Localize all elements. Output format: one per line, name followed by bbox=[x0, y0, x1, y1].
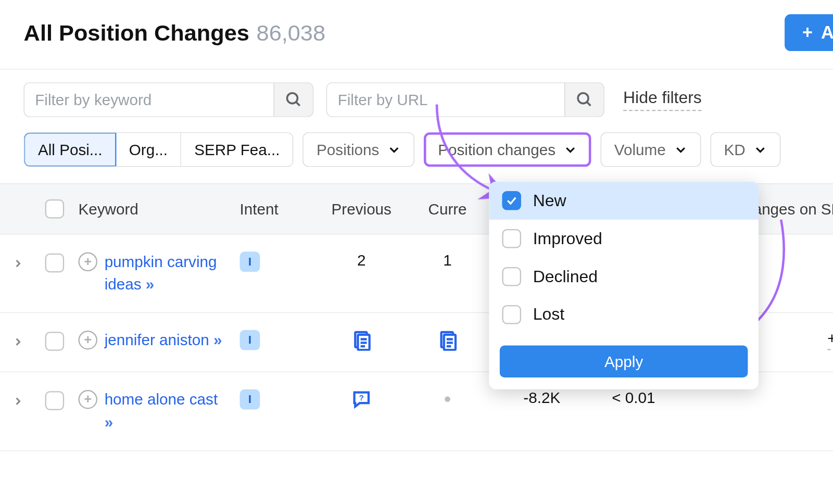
keyword-link[interactable]: home alone cast » bbox=[105, 389, 229, 434]
chevron-right-double-icon: » bbox=[146, 275, 153, 293]
select-all-checkbox[interactable] bbox=[45, 199, 64, 218]
serp-feature-icon bbox=[351, 330, 372, 351]
add-keyword-button[interactable]: + bbox=[78, 331, 97, 349]
expand-row-button[interactable] bbox=[12, 333, 23, 351]
filter-url-input[interactable] bbox=[327, 83, 564, 117]
chevron-down-icon bbox=[754, 143, 767, 156]
expand-row-button[interactable] bbox=[12, 255, 23, 273]
filter-row-buttons: All Posi... Org... SERP Fea... Positions… bbox=[0, 124, 833, 183]
segment-serp-features[interactable]: SERP Fea... bbox=[181, 133, 293, 166]
filter-kd-label: KD bbox=[724, 141, 745, 159]
option-label: Lost bbox=[533, 305, 564, 324]
option-label: Improved bbox=[533, 229, 602, 248]
cell-serp-changes: • bbox=[673, 389, 833, 410]
intent-badge: I bbox=[240, 330, 260, 350]
cell-previous bbox=[317, 330, 406, 355]
option-checkbox[interactable] bbox=[502, 267, 521, 286]
cell-diff: -8.2K bbox=[489, 389, 578, 407]
col-previous[interactable]: Previous bbox=[317, 200, 406, 218]
option-label: New bbox=[533, 191, 566, 210]
col-intent[interactable]: Intent bbox=[240, 200, 317, 218]
chevron-right-double-icon: » bbox=[105, 413, 112, 431]
option-checkbox[interactable] bbox=[502, 191, 521, 210]
svg-point-0 bbox=[287, 93, 297, 104]
keyword-link[interactable]: pumpkin carving ideas » bbox=[105, 251, 229, 296]
position-changes-dropdown: NewImprovedDeclinedLost Apply bbox=[489, 182, 759, 389]
filter-keyword-group bbox=[24, 82, 313, 117]
filter-keyword-search-button[interactable] bbox=[274, 83, 313, 117]
expand-row-button[interactable] bbox=[12, 393, 23, 411]
segment-organic[interactable]: Org... bbox=[116, 133, 181, 166]
page-header: All Position Changes 86,038 + Add to lis… bbox=[0, 0, 833, 69]
option-checkbox[interactable] bbox=[502, 229, 521, 248]
row-checkbox[interactable] bbox=[45, 392, 64, 410]
row-checkbox[interactable] bbox=[45, 332, 64, 351]
search-icon bbox=[575, 91, 593, 108]
filter-positions-button[interactable]: Positions bbox=[303, 132, 414, 167]
dropdown-option[interactable]: Improved bbox=[489, 220, 759, 258]
filter-url-search-button[interactable] bbox=[564, 83, 603, 117]
empty-dot-icon: • bbox=[444, 388, 451, 410]
svg-point-2 bbox=[578, 93, 588, 104]
plus-icon: + bbox=[802, 24, 813, 42]
add-keyword-button[interactable]: + bbox=[78, 390, 97, 409]
apply-button[interactable]: Apply bbox=[500, 345, 748, 377]
chevron-right-double-icon: » bbox=[213, 332, 221, 349]
dropdown-option[interactable]: Lost bbox=[489, 296, 759, 334]
chevron-down-icon bbox=[564, 143, 577, 156]
svg-line-3 bbox=[587, 102, 590, 106]
col-current[interactable]: Curre bbox=[406, 200, 489, 218]
keyword-link[interactable]: jennifer aniston » bbox=[105, 330, 221, 352]
option-label: Declined bbox=[533, 267, 598, 286]
filter-keyword-input[interactable] bbox=[24, 83, 274, 117]
page-title: All Position Changes bbox=[24, 20, 249, 45]
serp-feature-icon bbox=[437, 330, 458, 351]
add-keyword-button[interactable]: + bbox=[78, 253, 97, 271]
add-to-list-label: Add to list bbox=[821, 22, 833, 43]
filter-volume-label: Volume bbox=[614, 141, 666, 159]
cell-current: • bbox=[406, 389, 489, 410]
svg-line-1 bbox=[296, 102, 299, 106]
cell-current bbox=[406, 330, 489, 355]
filter-position-changes-button[interactable]: Position changes bbox=[424, 132, 591, 167]
chevron-down-icon bbox=[387, 143, 400, 156]
filter-volume-button[interactable]: Volume bbox=[601, 132, 701, 167]
add-to-list-button[interactable]: + Add to list bbox=[785, 14, 833, 51]
serp-feature-icon: ? bbox=[351, 389, 372, 410]
page-title-count: 86,038 bbox=[257, 20, 326, 45]
chevron-down-icon bbox=[674, 143, 687, 156]
filter-positions-label: Positions bbox=[317, 141, 379, 159]
dropdown-option[interactable]: New bbox=[489, 182, 759, 220]
cell-traffic: < 0.01 bbox=[578, 389, 673, 407]
intent-badge: I bbox=[240, 251, 260, 272]
svg-text:?: ? bbox=[359, 393, 364, 402]
filter-position-changes-label: Position changes bbox=[438, 141, 556, 159]
cell-previous: 2 bbox=[317, 251, 406, 269]
col-keyword[interactable]: Keyword bbox=[73, 200, 239, 218]
option-checkbox[interactable] bbox=[502, 305, 521, 324]
dropdown-option[interactable]: Declined bbox=[489, 258, 759, 296]
segment-all-positions[interactable]: All Posi... bbox=[24, 132, 117, 167]
cell-previous: ? bbox=[317, 389, 406, 414]
position-type-segment: All Posi... Org... SERP Fea... bbox=[24, 132, 294, 167]
filter-url-group bbox=[326, 82, 604, 117]
intent-badge: I bbox=[240, 389, 260, 410]
filter-row-inputs: Hide filters bbox=[0, 69, 833, 124]
cell-current: 1 bbox=[406, 251, 489, 269]
row-checkbox[interactable] bbox=[45, 254, 64, 272]
search-icon bbox=[285, 91, 302, 108]
hide-filters-link[interactable]: Hide filters bbox=[623, 89, 702, 111]
filter-kd-button[interactable]: KD bbox=[710, 132, 780, 167]
